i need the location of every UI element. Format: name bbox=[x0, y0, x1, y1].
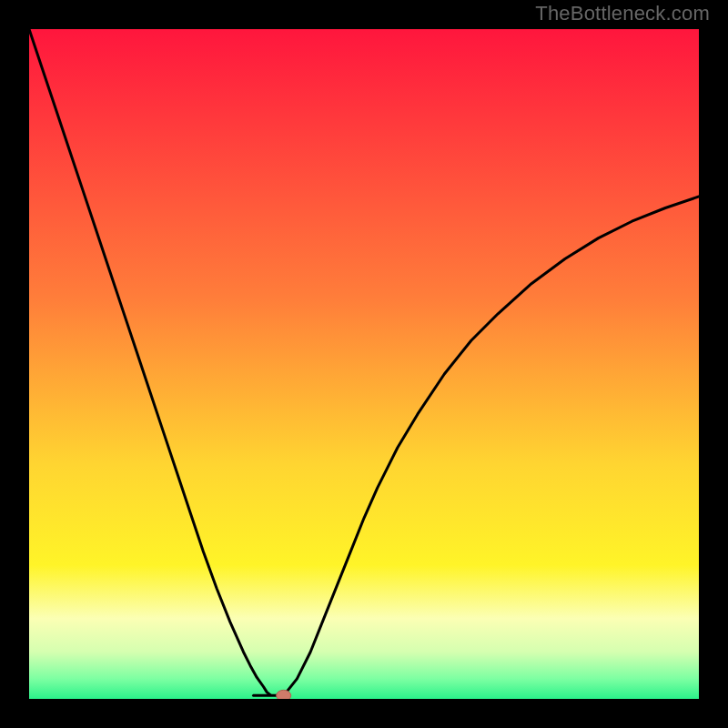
chart-frame: TheBottleneck.com bbox=[0, 0, 728, 728]
gradient-background bbox=[29, 29, 699, 699]
bottleneck-chart bbox=[29, 29, 699, 699]
optimum-marker bbox=[277, 690, 291, 699]
watermark-text: TheBottleneck.com bbox=[535, 2, 710, 25]
plot-area bbox=[29, 29, 699, 699]
